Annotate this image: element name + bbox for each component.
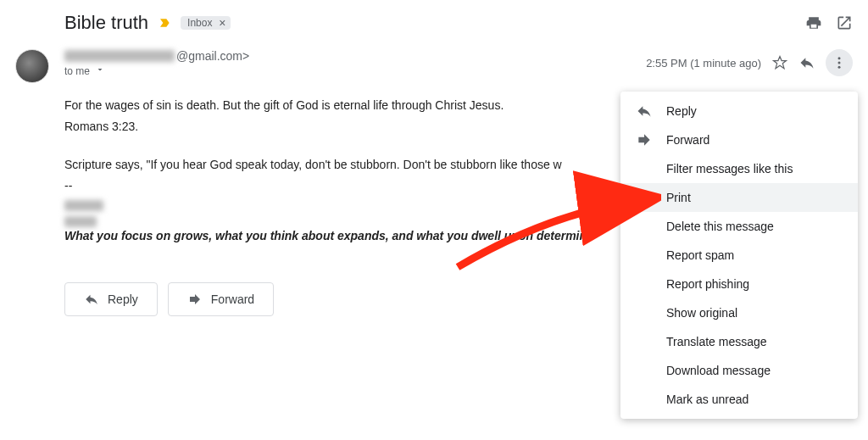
email-header: Bible truth Inbox ×: [0, 0, 868, 41]
svg-point-0: [838, 57, 841, 59]
to-label: to me: [64, 65, 90, 77]
menu-item-label: Delete this message: [666, 220, 774, 233]
menu-item-filter-messages-like-this[interactable]: Filter messages like this: [620, 154, 858, 183]
signature-redacted: [64, 200, 103, 211]
signature-redacted: [64, 216, 97, 227]
show-details-icon[interactable]: [95, 64, 105, 77]
menu-item-label: Filter messages like this: [666, 162, 793, 175]
forward-icon: [636, 131, 653, 148]
menu-item-label: Reply: [666, 104, 697, 118]
menu-item-label: Report phishing: [666, 277, 749, 291]
important-marker-icon[interactable]: [159, 17, 172, 29]
menu-item-show-original[interactable]: Show original: [620, 298, 858, 327]
menu-item-label: Report spam: [666, 248, 734, 262]
svg-point-2: [838, 66, 841, 69]
forward-button[interactable]: Forward: [168, 282, 274, 316]
message-time: 2:55 PM (1 minute ago): [646, 57, 761, 70]
remove-label-icon[interactable]: ×: [215, 17, 229, 29]
menu-item-reply[interactable]: Reply: [620, 97, 858, 125]
menu-item-report-phishing[interactable]: Report phishing: [620, 270, 858, 298]
menu-item-translate-message[interactable]: Translate message: [620, 327, 858, 356]
menu-item-forward[interactable]: Forward: [620, 125, 858, 154]
menu-item-report-spam[interactable]: Report spam: [620, 241, 858, 270]
menu-item-label: Print: [666, 191, 691, 204]
reply-icon: [636, 103, 653, 120]
message-meta: 2:55 PM (1 minute ago): [646, 49, 853, 76]
more-options-menu: ReplyForwardFilter messages like thisPri…: [620, 92, 858, 419]
reply-icon[interactable]: [798, 54, 815, 71]
menu-item-download-message[interactable]: Download message: [620, 356, 858, 385]
message-header-row: @gmail.com> to me 2:55 PM (1 minute ago): [0, 41, 868, 83]
svg-point-1: [838, 62, 841, 64]
forward-button-label: Forward: [211, 292, 254, 306]
sender-email-suffix: @gmail.com>: [176, 49, 249, 63]
menu-item-label: Mark as unread: [666, 393, 748, 406]
menu-item-label: Show original: [666, 306, 737, 320]
reply-button-label: Reply: [108, 292, 138, 306]
menu-item-label: Translate message: [666, 335, 767, 348]
menu-item-label: Forward: [666, 133, 709, 147]
menu-item-print[interactable]: Print: [620, 183, 858, 212]
email-subject: Bible truth: [64, 12, 148, 34]
label-chip-inbox[interactable]: Inbox ×: [181, 16, 231, 30]
print-all-icon[interactable]: [805, 14, 822, 31]
star-icon[interactable]: [771, 54, 788, 71]
open-new-window-icon[interactable]: [836, 14, 853, 31]
menu-item-mark-as-unread[interactable]: Mark as unread: [620, 385, 858, 414]
menu-item-delete-this-message[interactable]: Delete this message: [620, 212, 858, 241]
header-action-icons: [805, 14, 868, 31]
label-chip-text: Inbox: [187, 17, 212, 29]
menu-item-label: Download message: [666, 364, 771, 377]
sender-name-redacted: [64, 50, 175, 62]
sender-avatar[interactable]: [15, 49, 49, 83]
more-options-button[interactable]: [826, 49, 853, 76]
reply-button[interactable]: Reply: [64, 282, 158, 316]
